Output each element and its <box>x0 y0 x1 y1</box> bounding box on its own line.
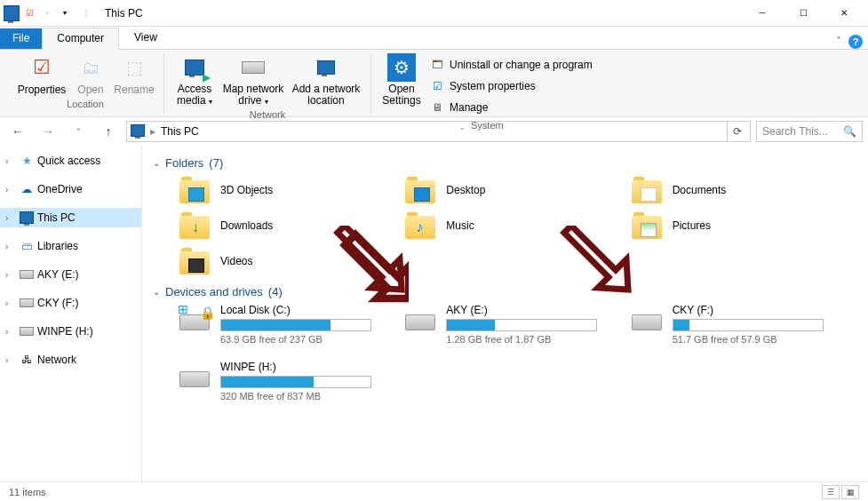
nav-drive-cky[interactable]: ›CKY (F:) <box>0 293 141 313</box>
recent-locations-button[interactable]: ˅ <box>66 121 91 142</box>
access-media-button[interactable]: ▶ Access media ▾ <box>173 53 216 107</box>
sysprops-icon: ☑ <box>430 79 444 93</box>
address-dropdown[interactable]: ˅ <box>453 122 473 141</box>
uninstall-button[interactable]: 🗔 Uninstall or change a program <box>428 55 594 75</box>
drive-name: Local Disk (C:) <box>220 304 371 316</box>
ribbon: ☑ Properties 🗂 Open ⬚ Rename Location ▶ … <box>0 50 868 117</box>
nav-onedrive[interactable]: ›☁OneDrive <box>0 179 141 199</box>
back-button[interactable]: ← <box>5 121 30 142</box>
search-box[interactable]: Search This... 🔍 <box>756 121 863 142</box>
navigation-pane[interactable]: ›★Quick access ›☁OneDrive ›This PC ›🗃Lib… <box>0 146 142 481</box>
address-bar[interactable]: ▶ This PC ˅ ⟳ <box>126 121 751 142</box>
manage-button[interactable]: 🖥 Manage <box>428 98 594 117</box>
folder-3d-objects[interactable]: 3D Objects <box>179 175 405 205</box>
access-media-label: Access media ▾ <box>173 84 216 107</box>
minimize-button[interactable]: ─ <box>742 0 783 27</box>
content-pane: ⌄ Folders (7) 3D Objects Desktop Documen… <box>142 146 868 481</box>
close-button[interactable]: ✕ <box>824 0 864 27</box>
drives-header[interactable]: ⌄ Devices and drives (4) <box>153 285 857 298</box>
access-media-icon: ▶ <box>180 53 209 82</box>
tab-computer[interactable]: Computer <box>42 28 119 50</box>
folders-header-label: Folders <box>165 156 203 170</box>
drive-usage-bar <box>673 319 824 331</box>
drive-e[interactable]: AKY (E:) 1.28 GB free of 1.87 GB <box>405 304 631 345</box>
nav-network[interactable]: ›🖧Network <box>0 350 141 370</box>
open-settings-label: Open Settings <box>380 84 423 107</box>
search-placeholder: Search This... <box>762 125 840 138</box>
drive-c[interactable]: ⊞🔒 Local Disk (C:) 63.9 GB free of 237 G… <box>179 304 405 345</box>
qat-properties-icon[interactable]: ☑ <box>21 5 37 21</box>
rename-button[interactable]: ⬚ Rename <box>114 53 155 96</box>
properties-label: Properties <box>18 84 67 96</box>
map-drive-label: Map network drive ▾ <box>221 84 285 107</box>
pc-icon <box>4 5 20 21</box>
drive-h[interactable]: WINPE (H:) 320 MB free of 837 MB <box>179 361 405 402</box>
folder-icon: ♪ <box>405 211 437 241</box>
drive-free-text: 51.7 GB free of 57.9 GB <box>673 334 824 345</box>
folder-music[interactable]: ♪Music <box>405 211 631 241</box>
drives-header-count: (4) <box>268 285 283 298</box>
open-button[interactable]: 🗂 Open <box>73 53 108 96</box>
nav-quick-access[interactable]: ›★Quick access <box>0 151 141 171</box>
add-location-button[interactable]: Add a network location <box>291 53 362 107</box>
uninstall-icon: 🗔 <box>430 58 444 72</box>
qat-newfolder-icon[interactable]: ▫ <box>39 5 55 21</box>
chevron-down-icon: ⌄ <box>153 287 160 297</box>
folders-header-count: (7) <box>209 156 223 170</box>
star-icon: ★ <box>20 154 34 168</box>
folder-videos[interactable]: Videos <box>179 246 405 276</box>
group-location-label: Location <box>67 96 104 111</box>
group-network: ▶ Access media ▾ Map network drive ▾ Add… <box>164 53 371 115</box>
sysprops-button[interactable]: ☑ System properties <box>428 76 594 96</box>
drive-free-text: 63.9 GB free of 237 GB <box>220 334 371 345</box>
refresh-button[interactable]: ⟳ <box>727 122 746 141</box>
drive-name: WINPE (H:) <box>220 361 371 373</box>
folder-documents[interactable]: Documents <box>632 175 857 205</box>
drive-name: AKY (E:) <box>446 304 597 316</box>
rename-icon: ⬚ <box>120 53 148 82</box>
up-button[interactable]: ↑ <box>96 121 121 142</box>
breadcrumb-chevron-icon[interactable]: ▶ <box>150 128 155 136</box>
drive-icon <box>20 267 34 282</box>
drive-icon <box>632 304 664 330</box>
properties-icon: ☑ <box>28 53 56 82</box>
status-bar: 11 items ☰ ▦ <box>0 481 868 501</box>
libraries-icon: 🗃 <box>20 239 34 253</box>
drive-free-text: 1.28 GB free of 1.87 GB <box>446 334 597 345</box>
nav-libraries[interactable]: ›🗃Libraries <box>0 236 141 256</box>
folder-icon <box>632 211 664 241</box>
folder-pictures[interactable]: Pictures <box>632 211 857 241</box>
open-settings-button[interactable]: ⚙ Open Settings <box>380 53 423 107</box>
qat-dropdown-icon[interactable]: ▾ <box>57 5 73 21</box>
map-drive-button[interactable]: Map network drive ▾ <box>221 53 285 107</box>
view-large-icons-button[interactable]: ▦ <box>841 485 859 499</box>
drive-icon <box>179 361 211 387</box>
nav-this-pc[interactable]: ›This PC <box>0 208 141 227</box>
folder-downloads[interactable]: ↓Downloads <box>179 211 405 241</box>
search-icon: 🔍 <box>843 125 856 138</box>
group-system: ⚙ Open Settings 🗔 Uninstall or change a … <box>371 53 603 115</box>
folders-header[interactable]: ⌄ Folders (7) <box>153 156 857 170</box>
ribbon-right: ˄ ? <box>836 35 863 49</box>
add-location-icon <box>312 53 340 82</box>
drive-icon <box>405 304 437 330</box>
folder-desktop[interactable]: Desktop <box>405 175 631 205</box>
file-tab[interactable]: File <box>0 28 42 49</box>
properties-button[interactable]: ☑ Properties <box>16 53 68 96</box>
manage-icon: 🖥 <box>430 100 444 115</box>
forward-button[interactable]: → <box>36 121 60 142</box>
drive-f[interactable]: CKY (F:) 51.7 GB free of 57.9 GB <box>632 304 857 345</box>
ribbon-tabs: File Computer View ˄ ? <box>0 27 868 50</box>
maximize-button[interactable]: ☐ <box>783 0 824 27</box>
nav-drive-aky[interactable]: ›AKY (E:) <box>0 265 141 284</box>
sysprops-label: System properties <box>450 80 536 92</box>
view-details-button[interactable]: ☰ <box>822 485 840 499</box>
cloud-icon: ☁ <box>20 182 34 196</box>
nav-drive-winpe[interactable]: ›WINPE (H:) <box>0 322 141 341</box>
tab-view[interactable]: View <box>119 27 172 49</box>
collapse-ribbon-icon[interactable]: ˄ <box>836 36 841 48</box>
pc-icon <box>20 211 34 225</box>
folder-icon: ↓ <box>179 211 211 241</box>
folder-icon <box>405 175 437 205</box>
help-icon[interactable]: ? <box>848 35 863 49</box>
